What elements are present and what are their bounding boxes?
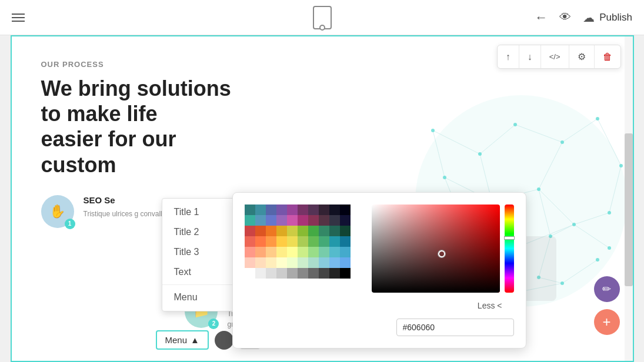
swatch[interactable] — [329, 205, 340, 215]
swatch[interactable] — [266, 257, 276, 268]
swatch[interactable] — [319, 226, 329, 236]
canvas-area: ↑ ↓ </> ⚙ 🗑 OUR PROCESS We bring solutio… — [11, 35, 634, 362]
swatch[interactable] — [319, 236, 329, 247]
swatch[interactable] — [319, 268, 329, 279]
swatch[interactable] — [319, 257, 329, 268]
swatch[interactable] — [298, 268, 308, 279]
swatch[interactable] — [319, 215, 329, 226]
swatch[interactable] — [255, 236, 266, 247]
swatch[interactable] — [329, 247, 340, 257]
swatch[interactable] — [298, 247, 308, 257]
swatch[interactable] — [319, 247, 329, 257]
dropdown-item-menu[interactable]: Menu — [162, 287, 238, 307]
swatch[interactable] — [276, 236, 287, 247]
mobile-device-icon[interactable] — [313, 6, 332, 29]
swatch[interactable] — [298, 236, 308, 247]
swatch[interactable] — [308, 247, 319, 257]
swatch[interactable] — [266, 215, 276, 226]
swatch[interactable] — [298, 257, 308, 268]
swatch[interactable] — [329, 236, 340, 247]
swatch[interactable] — [340, 205, 351, 215]
menu-dropdown-button[interactable]: Menu ▲ — [156, 330, 209, 350]
color-circle-button[interactable] — [215, 331, 233, 350]
swatch[interactable] — [245, 226, 255, 236]
swatch[interactable] — [329, 257, 340, 268]
swatch[interactable] — [276, 257, 287, 268]
scrollbar-thumb[interactable] — [625, 133, 633, 286]
swatch[interactable] — [255, 226, 266, 236]
swatch[interactable] — [245, 205, 255, 215]
swatch[interactable] — [245, 257, 255, 268]
gradient-picker[interactable] — [372, 205, 500, 293]
swatch[interactable] — [340, 236, 351, 247]
swatch[interactable] — [308, 257, 319, 268]
delete-button[interactable]: 🗑 — [595, 45, 620, 68]
dropdown-item-text[interactable]: Text — [162, 262, 238, 282]
swatch[interactable] — [245, 247, 255, 257]
edit-fab[interactable]: ✏ — [594, 276, 620, 302]
move-up-button[interactable]: ↑ — [498, 45, 519, 68]
swatch[interactable] — [255, 247, 266, 257]
swatch[interactable] — [340, 226, 351, 236]
scrollbar[interactable] — [625, 36, 633, 361]
swatch[interactable] — [276, 268, 287, 279]
svg-point-33 — [572, 223, 576, 226]
swatch[interactable] — [287, 268, 298, 279]
less-button[interactable]: Less < — [478, 301, 502, 310]
swatch[interactable] — [319, 205, 329, 215]
back-button[interactable]: ← — [535, 10, 548, 25]
swatch[interactable] — [266, 268, 276, 279]
swatch[interactable] — [308, 215, 319, 226]
swatch[interactable] — [287, 205, 298, 215]
swatch[interactable] — [308, 268, 319, 279]
swatch[interactable] — [276, 247, 287, 257]
swatch[interactable] — [245, 215, 255, 226]
swatch[interactable] — [340, 268, 351, 279]
swatch[interactable] — [287, 236, 298, 247]
swatch[interactable] — [287, 215, 298, 226]
swatch[interactable] — [255, 257, 266, 268]
swatch[interactable] — [245, 268, 255, 279]
hex-input[interactable] — [396, 319, 514, 336]
preview-button[interactable]: 👁 — [559, 11, 571, 24]
swatch[interactable] — [340, 215, 351, 226]
swatch[interactable] — [255, 268, 266, 279]
dropdown-item-title3[interactable]: Title 3 — [162, 242, 238, 262]
swatch[interactable] — [298, 226, 308, 236]
dropdown-item-title1[interactable]: Title 1 — [162, 202, 238, 222]
swatch[interactable] — [340, 247, 351, 257]
swatch[interactable] — [308, 236, 319, 247]
code-button[interactable]: </> — [541, 45, 569, 68]
swatch[interactable] — [255, 205, 266, 215]
swatch[interactable] — [308, 226, 319, 236]
swatch[interactable] — [276, 205, 287, 215]
swatch[interactable] — [329, 268, 340, 279]
swatch[interactable] — [287, 257, 298, 268]
settings-button[interactable]: ⚙ — [569, 45, 595, 68]
swatch[interactable] — [298, 215, 308, 226]
swatch[interactable] — [329, 226, 340, 236]
swatch-grid — [245, 205, 362, 293]
swatch[interactable] — [308, 205, 319, 215]
swatch[interactable] — [266, 247, 276, 257]
hamburger-menu[interactable] — [12, 14, 25, 22]
swatch[interactable] — [255, 215, 266, 226]
hue-bar[interactable] — [505, 205, 514, 293]
svg-point-34 — [443, 176, 446, 179]
swatch[interactable] — [276, 226, 287, 236]
swatch[interactable] — [287, 226, 298, 236]
publish-cloud-icon: ☁ — [583, 11, 595, 25]
swatch[interactable] — [287, 247, 298, 257]
swatch[interactable] — [340, 257, 351, 268]
swatch[interactable] — [266, 226, 276, 236]
move-down-button[interactable]: ↓ — [519, 45, 541, 68]
swatch[interactable] — [276, 215, 287, 226]
dropdown-item-title2[interactable]: Title 2 — [162, 222, 238, 242]
add-fab[interactable]: + — [594, 309, 620, 335]
publish-button[interactable]: ☁ Publish — [583, 11, 632, 25]
swatch[interactable] — [266, 236, 276, 247]
swatch[interactable] — [329, 215, 340, 226]
swatch[interactable] — [298, 205, 308, 215]
swatch[interactable] — [266, 205, 276, 215]
swatch[interactable] — [245, 236, 255, 247]
